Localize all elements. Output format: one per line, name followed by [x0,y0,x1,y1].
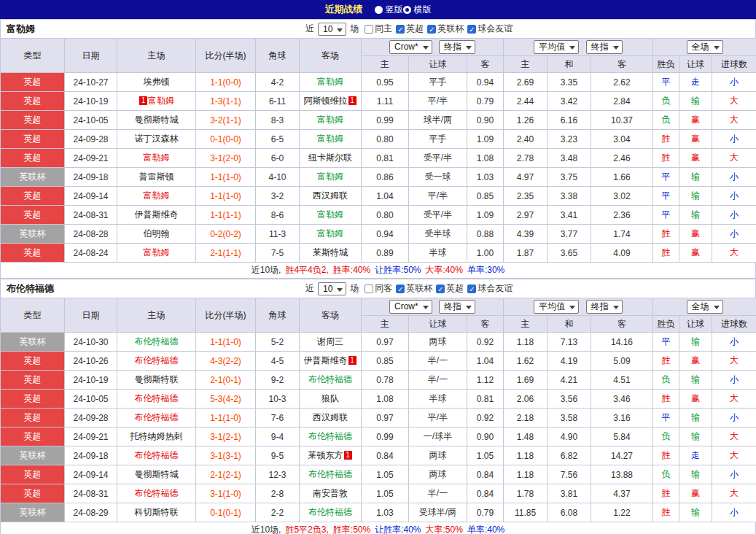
avg-stage-select[interactable]: 终指 [586,300,623,314]
avg-away: 5.84 [591,427,653,446]
team-name[interactable]: 布伦特福德 [135,488,179,498]
result-handicap: 赢 [679,390,712,409]
team-name[interactable]: 富勒姆 [317,228,343,239]
team-name[interactable]: 莱顿东方1 [308,450,353,460]
team-name[interactable]: 布伦特福德 [308,507,352,517]
result-handicap: 输 [679,206,712,225]
team-name[interactable]: 狼队 [322,393,339,403]
team-name[interactable]: 1富勒姆 [139,96,174,106]
result-outcome: 平 [653,409,679,427]
avg-draw: 3.38 [547,187,591,206]
odds-handicap: 平/半 [409,92,467,111]
match-row: 英联杯24-10-30布伦特福德1-1(1-0)5-2谢周三0.97两球0.92… [1,333,756,352]
match-row: 英超24-08-24富勒姆2-1(1-1)7-5莱斯特城0.89半球1.001.… [1,244,756,263]
scope-select[interactable]: 全场 [687,40,723,54]
average-select[interactable]: 平均值 [534,40,579,54]
odds-stage-select[interactable]: 终指 [439,300,475,314]
team-name[interactable]: 布伦特福德 [135,355,179,365]
team-name[interactable]: 富勒姆 [144,247,170,258]
team-name[interactable]: 富勒姆 [144,152,170,163]
page-title: 近期战绩 [325,3,363,16]
avg-away: 4.51 [591,371,653,390]
avg-draw: 3.56 [547,390,591,409]
team-name[interactable]: 布伦特福德 [308,469,352,479]
team-name[interactable]: 纽卡斯尔联 [308,152,352,163]
team-name[interactable]: 科切斯特联 [135,507,179,517]
score: 1-3(1-1) [196,92,256,111]
layout-radio[interactable]: 竖版 [375,4,403,16]
team-name[interactable]: 西汉姆联 [313,412,348,422]
team-name[interactable]: 曼彻斯特城 [135,115,179,125]
bookmaker-select[interactable]: Crow* [389,40,432,54]
result-outcome: 平 [653,187,679,206]
corners: 9-4 [256,427,300,446]
games-count-select[interactable]: 10 [318,23,346,36]
team-name[interactable]: 诺丁汉森林 [135,134,179,144]
competition-type: 英超 [1,149,65,168]
team-name[interactable]: 布伦特福德 [308,431,352,441]
odds-stage-select[interactable]: 终指 [439,40,475,54]
odds-home: 1.11 [362,92,409,111]
team-name[interactable]: 西汉姆联 [313,190,348,201]
layout-radio[interactable]: 横版 [403,4,432,16]
team-name[interactable]: 布伦特福德 [135,336,179,347]
match-date: 24-10-26 [65,352,117,371]
team-name[interactable]: 谢周三 [317,336,343,347]
odds-handicap: 两球 [409,465,467,484]
home-team-cell: 布伦特福德 [117,446,196,465]
col-header-type: 类型 [1,298,65,333]
odds-home: 0.95 [362,73,409,92]
team-name[interactable]: 布伦特福德 [135,450,179,460]
filter-checkbox[interactable]: ✓英超 [436,282,464,295]
result-goals: 小 [712,73,756,92]
chevron-down-icon [337,28,343,32]
section-header: 富勒姆 近 10 场 同主✓英超✓英联杯✓球会友谊 [0,19,756,38]
filter-checkbox[interactable]: 同客 [365,282,392,295]
team-name[interactable]: 托特纳姆热刺 [130,431,183,441]
team-name[interactable]: 富勒姆 [317,77,343,87]
filter-checkbox[interactable]: 同主 [365,23,392,35]
filter-checkbox[interactable]: ✓英联杯 [396,282,432,295]
bookmaker-select[interactable]: Crow* [389,300,432,314]
away-team-cell: 布伦特福德 [300,427,362,446]
team-name[interactable]: 埃弗顿 [144,77,170,87]
avg-away: 2.36 [591,206,653,225]
corners: 7-5 [256,244,300,263]
team-name[interactable]: 布伦特福德 [308,374,352,384]
result-goals: 小 [712,465,756,484]
team-name[interactable]: 伊普斯维奇1 [304,355,357,365]
odds-home: 1.08 [362,390,409,409]
filter-checkbox[interactable]: ✓英联杯 [427,23,464,35]
games-count-select[interactable]: 10 [318,282,346,295]
team-name[interactable]: 阿斯顿维拉1 [304,96,357,106]
team-name[interactable]: 富勒姆 [317,171,343,182]
team-name[interactable]: 布伦特福德 [135,412,179,422]
team-name[interactable]: 曼彻斯特城 [135,469,179,479]
home-team-cell: 布伦特福德 [117,352,196,371]
odds-home: 0.97 [362,333,409,352]
team-name[interactable]: 曼彻斯特联 [135,374,179,384]
team-name[interactable]: 布伦特福德 [135,393,179,403]
filter-checkbox[interactable]: ✓球会友谊 [467,282,513,295]
odds-handicap: 受平/半 [409,149,467,168]
average-select[interactable]: 平均值 [534,300,579,314]
team-name[interactable]: 富勒姆 [317,115,343,125]
team-name[interactable]: 南安普敦 [313,488,348,498]
team-name[interactable]: 普雷斯顿 [139,171,174,182]
filter-checkbox-group: 同主✓英超✓英联杯✓球会友谊 [361,23,513,35]
summary-segment: 让胜率:40% [375,525,421,534]
match-row: 英超24-09-21托特纳姆热刺3-1(2-1)9-4布伦特福德0.99一/球半… [1,427,756,446]
filter-checkbox[interactable]: ✓球会友谊 [467,23,513,35]
team-name[interactable]: 富勒姆 [317,134,343,144]
team-name[interactable]: 伊普斯维奇 [135,209,179,220]
team-name[interactable]: 富勒姆 [144,190,170,201]
team-name[interactable]: 富勒姆 [317,209,343,220]
scope-select[interactable]: 全场 [687,300,723,314]
filter-checkbox[interactable]: ✓英超 [396,23,424,35]
odds-home: 1.04 [362,187,409,206]
team-name[interactable]: 莱斯特城 [313,247,348,258]
odds-away: 1.05 [467,446,504,465]
match-row: 英超24-09-21富勒姆3-1(2-0)6-0纽卡斯尔联0.81受平/半1.0… [1,149,756,168]
avg-stage-select[interactable]: 终指 [586,40,623,54]
team-name[interactable]: 伯明翰 [144,228,170,239]
